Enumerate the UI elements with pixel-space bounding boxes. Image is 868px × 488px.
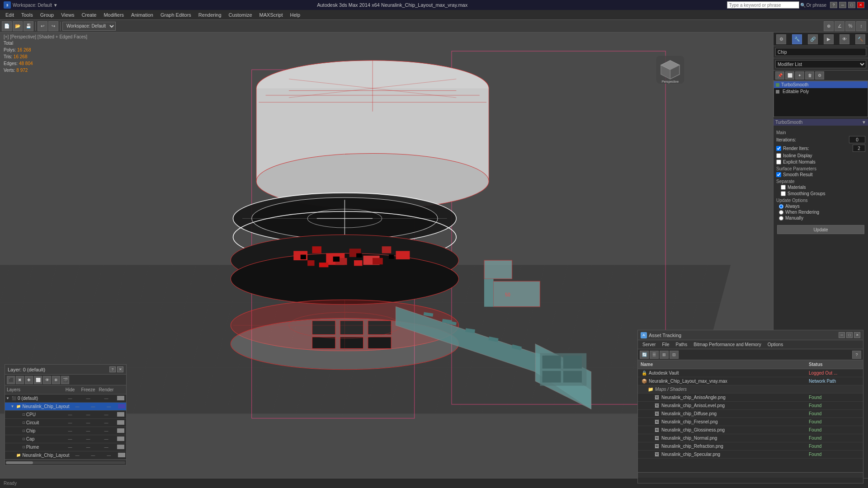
manually-radio[interactable] bbox=[779, 216, 783, 221]
layer-row[interactable]: □CPU——— bbox=[5, 411, 126, 419]
layer-row[interactable]: ▼📁Neuralink_Chip_Layout——— bbox=[5, 403, 126, 411]
layer-visibility[interactable]: — bbox=[69, 453, 85, 458]
make-unique-btn[interactable]: ✦ bbox=[795, 71, 804, 80]
layer-freeze[interactable]: — bbox=[79, 421, 97, 425]
layer-visibility[interactable]: — bbox=[61, 396, 79, 401]
layer-render[interactable]: — bbox=[97, 396, 115, 401]
layer-row[interactable]: □Plume——— bbox=[5, 443, 126, 451]
help-icon[interactable]: ? bbox=[830, 2, 837, 8]
layer-freeze[interactable]: — bbox=[79, 445, 97, 450]
spinner-snap[interactable]: ↕ bbox=[856, 21, 866, 31]
at-menu-bitmap-perf[interactable]: Bitmap Performance and Memory bbox=[691, 342, 764, 347]
layer-color-swatch[interactable] bbox=[117, 436, 124, 441]
layer-row[interactable]: □Cap——— bbox=[5, 435, 126, 443]
when-rendering-radio[interactable] bbox=[779, 210, 783, 215]
new-btn[interactable]: 📄 bbox=[2, 21, 12, 31]
editable-poly-modifier[interactable]: Editable Poly bbox=[774, 88, 868, 95]
at-asset-row[interactable]: 🖼Neuralink_chip_AnisoAngle.pngFound bbox=[638, 394, 863, 402]
menu-maxscript[interactable]: MAXScript bbox=[256, 11, 287, 19]
layer-visibility[interactable]: — bbox=[61, 421, 79, 425]
at-asset-row[interactable]: 🖼Neuralink_chip_Fresnel.pngFound bbox=[638, 418, 863, 426]
at-help-btn[interactable]: ? bbox=[852, 351, 861, 359]
layer-render[interactable]: — bbox=[97, 445, 115, 450]
menu-views[interactable]: Views bbox=[57, 11, 78, 19]
layer-render[interactable]: — bbox=[97, 421, 115, 425]
iterations-input[interactable] bbox=[849, 136, 865, 143]
layer-color-swatch[interactable] bbox=[117, 412, 124, 417]
at-asset-row[interactable]: 🖼Neuralink_chip_Glossiness.pngFound bbox=[638, 426, 863, 434]
object-name-input[interactable] bbox=[775, 48, 866, 56]
layer-color-swatch[interactable] bbox=[117, 445, 124, 449]
layer-render[interactable]: — bbox=[97, 429, 115, 433]
layer-render[interactable]: — bbox=[97, 437, 115, 441]
snap-toggle[interactable]: ⊕ bbox=[824, 21, 834, 31]
layer-freeze[interactable]: — bbox=[85, 404, 101, 409]
layers-hide-all-btn[interactable]: 👁 bbox=[43, 376, 51, 384]
render-iters-input[interactable] bbox=[853, 145, 865, 152]
menu-create[interactable]: Create bbox=[78, 11, 100, 19]
keyword-search[interactable] bbox=[727, 1, 799, 9]
layer-color-swatch[interactable] bbox=[118, 453, 125, 457]
at-list-view-btn[interactable]: ☰ bbox=[650, 351, 659, 359]
layers-new-btn[interactable]: ⬛ bbox=[7, 376, 15, 384]
smooth-result-checkbox[interactable] bbox=[776, 172, 781, 177]
menu-help[interactable]: Help bbox=[287, 11, 304, 19]
at-menu-options[interactable]: Options bbox=[765, 342, 786, 347]
menu-modifiers[interactable]: Modifiers bbox=[100, 11, 127, 19]
menu-rendering[interactable]: Rendering bbox=[195, 11, 225, 19]
layer-freeze[interactable]: — bbox=[79, 429, 97, 433]
layer-freeze[interactable]: — bbox=[79, 396, 97, 401]
redo-btn[interactable]: ↪ bbox=[48, 21, 58, 31]
at-refresh-btn[interactable]: 🔄 bbox=[640, 351, 649, 359]
at-close-btn[interactable]: ✕ bbox=[854, 332, 860, 338]
at-asset-row[interactable]: 🖼Neuralink_chip_Normal.pngFound bbox=[638, 434, 863, 442]
open-btn[interactable]: 📂 bbox=[13, 21, 23, 31]
at-asset-row[interactable]: 🖼Neuralink_chip_Diffuse.pngFound bbox=[638, 410, 863, 418]
hierarchy-icon[interactable]: 🔗 bbox=[808, 34, 818, 44]
configure-modifiers-btn[interactable]: ⚙ bbox=[815, 71, 824, 80]
layer-color-swatch[interactable] bbox=[117, 428, 124, 433]
layer-visibility[interactable]: — bbox=[61, 437, 79, 441]
turbosmooth-modifier[interactable]: TurboSmooth bbox=[774, 81, 868, 88]
layer-visibility[interactable]: — bbox=[69, 404, 85, 409]
at-asset-row[interactable]: 🖼Neuralink_chip_AnisoLevel.pngFound bbox=[638, 402, 863, 410]
create-panel-icon[interactable]: ⚙ bbox=[776, 34, 786, 44]
render-iters-checkbox[interactable] bbox=[776, 146, 781, 151]
update-button[interactable]: Update bbox=[777, 225, 864, 234]
layer-visibility[interactable]: — bbox=[61, 413, 79, 417]
layer-render[interactable]: — bbox=[101, 404, 117, 409]
at-asset-row[interactable]: 🖼Neuralink_chip_Refraction.pngFound bbox=[638, 442, 863, 450]
layer-row[interactable]: □Circuit——— bbox=[5, 419, 126, 427]
layer-render[interactable]: — bbox=[97, 413, 115, 417]
undo-btn[interactable]: ↩ bbox=[38, 21, 47, 31]
minimize-button[interactable]: ─ bbox=[839, 2, 846, 8]
modify-panel-icon[interactable]: 🔧 bbox=[792, 34, 802, 44]
layers-add-obj-btn[interactable]: ✚ bbox=[25, 376, 33, 384]
save-btn[interactable]: 💾 bbox=[24, 21, 33, 31]
motion-icon[interactable]: ▶ bbox=[824, 34, 834, 44]
close-button[interactable]: ✕ bbox=[857, 2, 864, 8]
layer-row[interactable]: □Chip——— bbox=[5, 427, 126, 435]
always-radio[interactable] bbox=[779, 204, 783, 209]
explicit-normals-checkbox[interactable] bbox=[776, 160, 781, 164]
angle-snap[interactable]: ∠ bbox=[835, 21, 844, 31]
layers-select-btn[interactable]: ⬜ bbox=[34, 376, 42, 384]
layers-delete-btn[interactable]: ✖ bbox=[16, 376, 24, 384]
at-tile-view-btn[interactable]: ⊟ bbox=[670, 351, 679, 359]
at-menu-paths[interactable]: Paths bbox=[673, 342, 690, 347]
utilities-icon[interactable]: 🔨 bbox=[855, 34, 865, 44]
materials-checkbox[interactable] bbox=[781, 185, 786, 190]
isoline-display-checkbox[interactable] bbox=[776, 153, 781, 158]
layers-render-all-btn[interactable]: 🎬 bbox=[61, 376, 69, 384]
layer-visibility[interactable]: — bbox=[61, 445, 79, 450]
at-detail-view-btn[interactable]: ⊞ bbox=[660, 351, 669, 359]
at-maximize-btn[interactable]: □ bbox=[846, 332, 853, 338]
layer-color-swatch[interactable] bbox=[118, 404, 125, 408]
percent-snap[interactable]: % bbox=[845, 21, 855, 31]
layer-freeze[interactable]: — bbox=[79, 413, 97, 417]
layers-help-btn[interactable]: ? bbox=[109, 366, 116, 372]
at-asset-row[interactable]: 📦Neuralink_Chip_Layout_max_vray.maxNetwo… bbox=[638, 377, 863, 385]
remove-modifier-btn[interactable]: 🗑 bbox=[805, 71, 814, 80]
layer-expand-icon[interactable]: ▼ bbox=[10, 404, 15, 408]
layer-color-swatch[interactable] bbox=[117, 420, 124, 425]
